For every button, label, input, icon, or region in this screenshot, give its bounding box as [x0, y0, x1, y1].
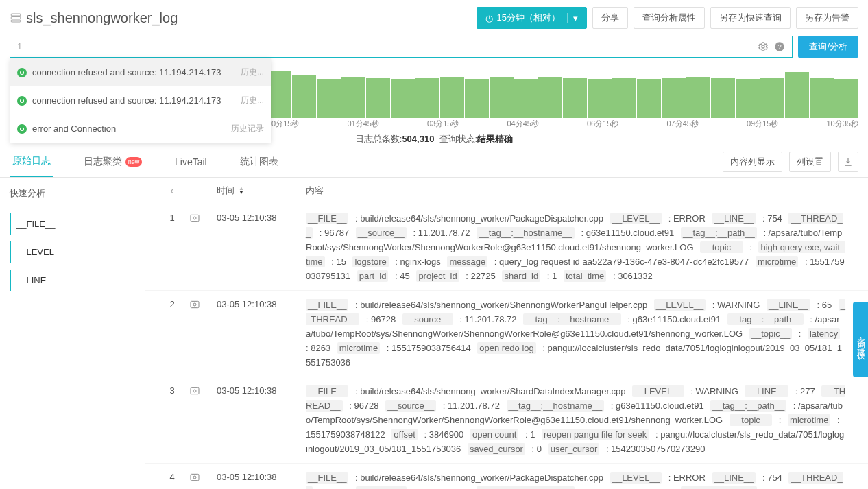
suggestion-text: connection refused and source: 11.194.21… — [32, 95, 235, 106]
suggestion-tag: 历史... — [241, 95, 264, 106]
chart-bar[interactable] — [785, 72, 809, 118]
svg-point-11 — [193, 390, 196, 392]
tab-raw[interactable]: 原始日志 — [10, 147, 53, 177]
suggestions-dropdown: connection refused and source: 11.194.21… — [10, 58, 271, 143]
feedback-tab[interactable]: 咨询·建议 — [853, 302, 868, 377]
row-body: __FILE__ : build/release64/sls/shennong_… — [306, 211, 858, 283]
col-time[interactable]: 时间 ▲▼ — [217, 184, 306, 197]
chart-bar[interactable] — [292, 75, 316, 118]
collapse-toggle[interactable]: ‹ — [155, 184, 189, 197]
logstore-icon — [10, 12, 22, 24]
field-__LINE__[interactable]: __LINE__ — [10, 270, 135, 291]
row-body: __FILE__ : build/release64/sls/shennong_… — [306, 470, 858, 489]
col-body: 内容 — [306, 184, 858, 197]
new-badge: new — [125, 157, 142, 167]
svg-point-7 — [193, 217, 196, 219]
svg-rect-10 — [191, 387, 199, 394]
inspect-icon[interactable] — [189, 470, 217, 485]
tab-livetail[interactable]: LiveTail — [172, 148, 210, 176]
save-query-button[interactable]: 另存为快速查询 — [710, 7, 791, 29]
suggestion-tag: 历史... — [241, 67, 264, 78]
chart-bar[interactable] — [341, 77, 365, 119]
row-time: 03-05 12:10:38 — [217, 298, 306, 309]
history-icon — [17, 68, 27, 77]
col-settings-button[interactable]: 列设置 — [789, 152, 831, 172]
svg-point-9 — [193, 303, 196, 306]
chart-bar[interactable] — [711, 78, 735, 118]
chart-bar[interactable] — [267, 71, 291, 118]
suggestion-tag: 历史记录 — [231, 123, 264, 134]
x-axis: 00分15秒01分45秒03分15秒04分45秒06分15秒07分45秒09分1… — [267, 119, 858, 129]
chevron-down-icon: ▾ — [567, 13, 578, 23]
chart-bar[interactable] — [588, 79, 612, 118]
search-button[interactable]: 查询/分析 — [798, 36, 858, 58]
chart-bar[interactable] — [736, 79, 760, 118]
chart-bar[interactable] — [834, 79, 858, 118]
field-__LEVEL__[interactable]: __LEVEL__ — [10, 241, 135, 263]
row-index: 2 — [155, 298, 189, 309]
inspect-icon[interactable] — [189, 298, 217, 312]
chart-bar[interactable] — [810, 78, 834, 118]
help-icon[interactable]: ? — [774, 41, 785, 52]
row-index: 1 — [155, 211, 189, 223]
suggestion-text: connection refused and source: 11.194.21… — [32, 67, 235, 77]
chart-bar[interactable] — [366, 78, 390, 118]
gear-icon[interactable] — [758, 41, 769, 52]
row-body: __FILE__ : build/release64/sls/shennong_… — [306, 384, 858, 456]
svg-point-3 — [762, 45, 764, 48]
history-icon — [17, 124, 27, 134]
table-row: 303-05 12:10:38__FILE__ : build/release6… — [145, 377, 868, 464]
content-cols-button[interactable]: 内容列显示 — [723, 152, 782, 172]
table-header: ‹ 时间 ▲▼ 内容 — [145, 178, 868, 204]
row-index: 3 — [155, 384, 189, 396]
timerange-label: 15分钟（相对） — [497, 12, 560, 24]
chart-bar[interactable] — [760, 78, 784, 118]
svg-rect-2 — [11, 20, 21, 22]
chart-bar[interactable] — [514, 79, 538, 118]
svg-rect-6 — [191, 215, 199, 221]
chart-bar[interactable] — [415, 78, 439, 118]
page-title: sls_shennongworker_log — [10, 10, 178, 26]
suggestion-item[interactable]: connection refused and source: 11.194.21… — [10, 58, 271, 86]
chart-bar[interactable] — [391, 79, 415, 118]
timerange-button[interactable]: ◴ 15分钟（相对） ▾ — [477, 7, 587, 29]
history-icon — [17, 96, 27, 106]
chart-bar[interactable] — [490, 77, 514, 119]
table-row: 203-05 12:10:38__FILE__ : build/release6… — [145, 291, 868, 377]
share-button[interactable]: 分享 — [592, 7, 628, 29]
inspect-icon[interactable] — [189, 384, 217, 398]
line-gutter: 1 — [10, 36, 29, 57]
row-time: 03-05 12:10:38 — [217, 384, 306, 396]
save-alert-button[interactable]: 另存为告警 — [796, 7, 858, 29]
field-__FILE__[interactable]: __FILE__ — [10, 213, 135, 235]
tab-chart[interactable]: 统计图表 — [237, 147, 281, 176]
search-box[interactable]: 1 ? connection refused and source: 11.19… — [10, 36, 793, 58]
svg-rect-0 — [11, 14, 21, 16]
chart-bar[interactable] — [465, 79, 489, 118]
query-props-button[interactable]: 查询分析属性 — [634, 7, 705, 29]
chart-bar[interactable] — [612, 78, 636, 118]
chart-bar[interactable] — [563, 78, 587, 118]
table-row: 103-05 12:10:38__FILE__ : build/release6… — [145, 204, 868, 291]
chart-bar[interactable] — [686, 77, 710, 119]
row-index: 4 — [155, 470, 189, 482]
inspect-icon[interactable] — [189, 211, 217, 226]
row-time: 03-05 12:10:38 — [217, 470, 306, 482]
chart-bar[interactable] — [662, 78, 686, 118]
search-input[interactable] — [29, 36, 751, 57]
chart-bar[interactable] — [440, 77, 464, 119]
svg-point-13 — [193, 476, 196, 479]
chart-bar[interactable] — [317, 79, 341, 118]
svg-rect-1 — [11, 17, 21, 19]
svg-text:?: ? — [778, 43, 782, 50]
title-text: sls_shennongworker_log — [26, 10, 178, 26]
table-row: 403-05 12:10:38__FILE__ : build/release6… — [145, 464, 868, 489]
download-icon[interactable] — [838, 152, 858, 172]
chart-bar[interactable] — [538, 77, 562, 119]
chart-bar[interactable] — [637, 79, 661, 118]
tab-cluster[interactable]: 日志聚类new — [81, 147, 145, 176]
row-time: 03-05 12:10:38 — [217, 211, 306, 223]
clock-icon: ◴ — [485, 13, 493, 23]
suggestion-item[interactable]: connection refused and source: 11.194.21… — [10, 86, 271, 115]
suggestion-item[interactable]: error and Connection历史记录 — [10, 115, 271, 143]
